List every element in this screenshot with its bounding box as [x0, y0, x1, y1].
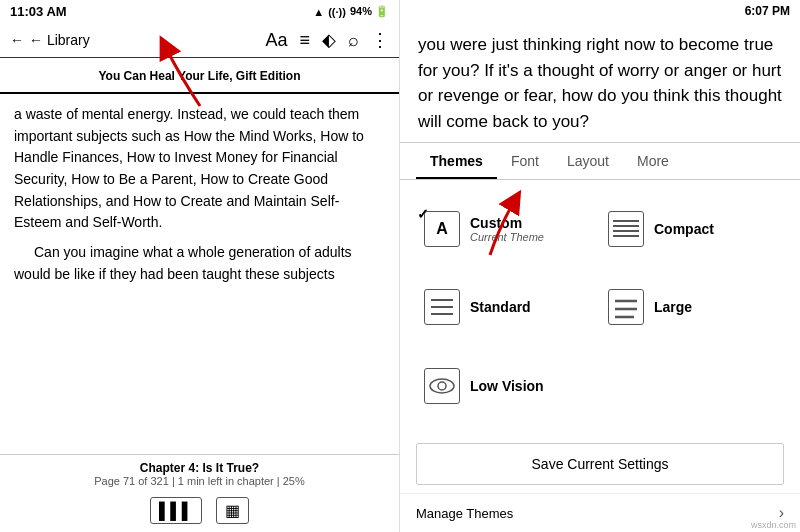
- bookmark-button[interactable]: ⬖: [322, 29, 336, 51]
- watermark: wsxdn.com: [751, 520, 796, 530]
- tab-themes[interactable]: Themes: [416, 143, 497, 179]
- content-paragraph-1: a waste of mental energy. Instead, we co…: [14, 104, 385, 234]
- svg-point-7: [430, 379, 454, 393]
- theme-lowvision-icon: [424, 368, 460, 404]
- list-button[interactable]: ≡: [299, 30, 310, 51]
- standard-lines-svg: [428, 293, 456, 321]
- content-paragraph-2: Can you imagine what a whole generation …: [14, 242, 385, 285]
- theme-standard-icon: [424, 289, 460, 325]
- library-label: ← Library: [29, 32, 90, 48]
- time-left: 11:03 AM: [10, 4, 67, 19]
- battery-icon: 94% 🔋: [350, 5, 389, 18]
- status-bar-left: 11:03 AM ▲ ((·)) 94% 🔋: [0, 0, 399, 23]
- tab-themes-label: Themes: [430, 153, 483, 169]
- tab-more-label: More: [637, 153, 669, 169]
- book-content: a waste of mental energy. Instead, we co…: [0, 94, 399, 454]
- status-bar-right: 6:07 PM: [400, 0, 800, 22]
- reading-text: you were just thinking right now to beco…: [400, 22, 800, 143]
- save-current-settings-button[interactable]: Save Current Settings: [416, 443, 784, 485]
- view-mode-button-2[interactable]: ▦: [216, 497, 249, 524]
- search-button[interactable]: ⌕: [348, 30, 359, 51]
- back-button[interactable]: ← ← Library: [10, 32, 90, 48]
- settings-panel: Themes Font Layout More ✓ A Custom: [400, 143, 800, 532]
- chapter-name: Chapter 4: Is It True?: [0, 461, 399, 475]
- theme-lowvision-name: Low Vision: [470, 378, 544, 394]
- theme-large-name: Large: [654, 299, 692, 315]
- tab-font[interactable]: Font: [497, 143, 553, 179]
- status-icons-left: ▲ ((·)) 94% 🔋: [313, 5, 389, 18]
- theme-custom-label: Custom Current Theme: [470, 215, 544, 243]
- font-button[interactable]: Aa: [265, 30, 287, 51]
- tab-more[interactable]: More: [623, 143, 683, 179]
- wifi-icon: ((·)): [328, 6, 346, 18]
- back-arrow-icon: ←: [10, 32, 24, 48]
- theme-large-label: Large: [654, 299, 692, 315]
- view-mode-button-1[interactable]: ▌▌▌: [150, 497, 202, 524]
- checkmark-icon: ✓: [417, 206, 429, 222]
- theme-large-icon: [608, 289, 644, 325]
- theme-custom-icon: ✓ A: [424, 211, 460, 247]
- nav-icons: Aa ≡ ⬖ ⌕ ⋮: [265, 29, 389, 51]
- tab-layout[interactable]: Layout: [553, 143, 623, 179]
- manage-themes-row[interactable]: Manage Themes ›: [400, 493, 800, 532]
- theme-lowvision[interactable]: Low Vision: [416, 347, 600, 425]
- signal-icon: ▲: [313, 6, 324, 18]
- bottom-icons: ▌▌▌ ▦: [0, 491, 399, 532]
- more-button[interactable]: ⋮: [371, 29, 389, 51]
- book-title: You Can Heal Your Life, Gift Edition: [98, 69, 300, 83]
- theme-compact-icon: [608, 211, 644, 247]
- svg-point-8: [438, 382, 446, 390]
- right-panel: 6:07 PM you were just thinking right now…: [400, 0, 800, 532]
- time-right: 6:07 PM: [745, 4, 790, 18]
- large-lines-svg: [612, 293, 640, 321]
- save-btn-row: Save Current Settings: [400, 435, 800, 493]
- reading-paragraph: you were just thinking right now to beco…: [418, 35, 782, 131]
- theme-compact[interactable]: Compact: [600, 190, 784, 268]
- book-title-bar: You Can Heal Your Life, Gift Edition: [0, 58, 399, 94]
- nav-bar: ← ← Library Aa ≡ ⬖ ⌕ ⋮: [0, 23, 399, 58]
- themes-grid: ✓ A Custom Current Theme Compact: [400, 180, 800, 435]
- tab-layout-label: Layout: [567, 153, 609, 169]
- chapter-info: Page 71 of 321 | 1 min left in chapter |…: [0, 475, 399, 487]
- theme-custom-sub: Current Theme: [470, 231, 544, 243]
- manage-themes-label: Manage Themes: [416, 506, 513, 521]
- theme-large[interactable]: Large: [600, 268, 784, 346]
- tab-font-label: Font: [511, 153, 539, 169]
- theme-standard[interactable]: Standard: [416, 268, 600, 346]
- theme-compact-label: Compact: [654, 221, 714, 237]
- theme-compact-name: Compact: [654, 221, 714, 237]
- eye-svg: [428, 375, 456, 397]
- theme-standard-label: Standard: [470, 299, 531, 315]
- chapter-footer: Chapter 4: Is It True? Page 71 of 321 | …: [0, 454, 399, 491]
- theme-custom-name: Custom: [470, 215, 544, 231]
- theme-standard-name: Standard: [470, 299, 531, 315]
- theme-lowvision-label: Low Vision: [470, 378, 544, 394]
- theme-custom[interactable]: ✓ A Custom Current Theme: [416, 190, 600, 268]
- settings-tabs: Themes Font Layout More: [400, 143, 800, 180]
